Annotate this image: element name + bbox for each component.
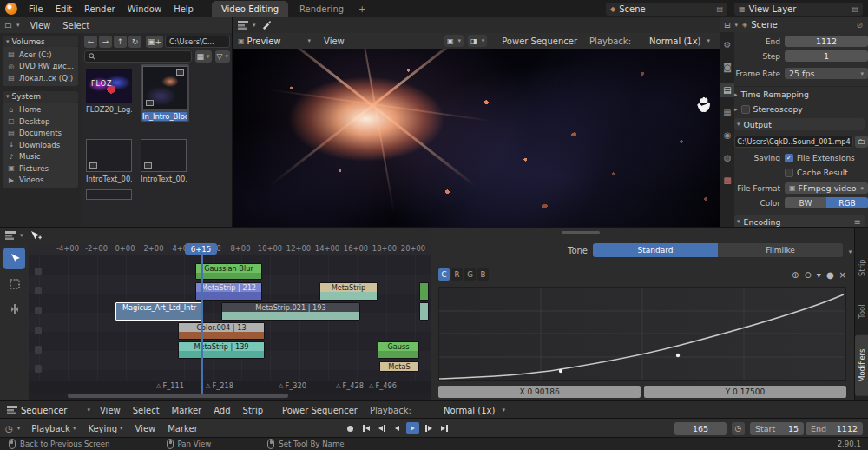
open-folder-icon[interactable]: 🗀	[855, 136, 868, 148]
zoom-out-icon[interactable]: ⊖	[804, 270, 811, 280]
use-preview-range-icon[interactable]: ◷	[732, 422, 745, 435]
system-item-downloads[interactable]: ↓Downloads	[3, 139, 78, 151]
gizmo-dropdown[interactable]: ▣▾	[444, 35, 464, 47]
create-directory-icon[interactable]: ▣+	[146, 36, 163, 48]
strip-gaussian-blur[interactable]: Gaussian Blur	[195, 263, 262, 280]
file-thumbnail-partial[interactable]	[86, 189, 132, 200]
point-y-field[interactable]: Y 0.17500	[644, 386, 846, 398]
horizontal-scrollbar[interactable]	[68, 394, 288, 398]
forward-arrow-icon[interactable]: →	[99, 36, 112, 48]
menu-view[interactable]: View	[318, 36, 351, 46]
system-item-videos[interactable]: ▶Videos	[3, 175, 78, 187]
marker-f_428[interactable]: △F_428	[336, 381, 364, 390]
display-mode-button[interactable]: ▦▾	[195, 50, 212, 63]
menu-strip[interactable]: Strip	[237, 406, 270, 415]
menu-view[interactable]: View	[129, 424, 162, 433]
curve-point[interactable]	[676, 354, 680, 357]
menu-view[interactable]: View	[24, 21, 57, 30]
file-item[interactable]: FLOZFLOZ20_Log...	[86, 69, 132, 114]
menu-select[interactable]: Select	[127, 406, 166, 415]
properties-tab-render[interactable]: ◙	[720, 60, 734, 75]
properties-tab-tool[interactable]: ⚙	[720, 37, 734, 52]
play-button[interactable]	[406, 422, 419, 434]
menu-power-sequencer[interactable]: Power Sequencer	[496, 36, 583, 46]
editor-type-dropdown[interactable]: Sequencer ▾	[3, 406, 94, 415]
system-item-music[interactable]: ♪Music	[3, 151, 78, 163]
volumes-panel-header[interactable]: ▾Volumes	[3, 36, 78, 47]
strip-metastrip-139[interactable]: MetaStrip | 139	[178, 341, 265, 359]
stereoscopy-section[interactable]: ▸Stereoscopy	[734, 104, 803, 114]
menu-marker[interactable]: Marker	[161, 424, 204, 433]
proxy-dropdown[interactable]: Normal (1x)▾	[444, 406, 505, 415]
add-workspace-button[interactable]: +	[353, 1, 371, 17]
output-path-field[interactable]: C:\Users\CqkD..Sound_001.mp4	[734, 136, 853, 148]
sidebar-tab-tool[interactable]: Tool	[855, 294, 868, 328]
system-item-desktop[interactable]: ▢Desktop	[3, 116, 78, 128]
refresh-icon[interactable]: ↻	[128, 36, 141, 48]
curve-control-points[interactable]	[559, 354, 680, 373]
blender-logo[interactable]	[5, 3, 17, 15]
file-format-dropdown[interactable]: ▣ FFmpeg video▾	[785, 182, 868, 194]
editor-type-dropdown[interactable]: ▾	[5, 231, 23, 240]
tone-options-dropdown[interactable]: ▾	[843, 246, 855, 255]
tone-filmlike-button[interactable]: Filmlike	[718, 243, 843, 257]
marker-f_320[interactable]: △F_320	[279, 381, 306, 390]
jump-to-end-button[interactable]	[437, 422, 450, 434]
output-section[interactable]: ▾Output	[734, 120, 772, 129]
channel-g-button[interactable]: G	[464, 268, 476, 281]
file-extensions-checkbox[interactable]: ✓	[785, 154, 793, 162]
zoom-in-icon[interactable]: ⊕	[792, 270, 799, 280]
time-remapping-section[interactable]: ▸Time Remapping	[734, 89, 809, 99]
marker-f_111[interactable]: △F_111	[156, 381, 184, 390]
point-x-field[interactable]: X 0.90186	[438, 386, 641, 398]
editor-type-dropdown[interactable]: ⊟▾	[724, 21, 738, 30]
editor-type-dropdown[interactable]: 🗀▾	[0, 21, 24, 30]
menu-view[interactable]: View	[94, 406, 127, 415]
search-input[interactable]	[84, 50, 192, 63]
menu-edit[interactable]: Edit	[49, 4, 78, 14]
strip-metastrip-212[interactable]: MetaStrip | 212	[195, 282, 262, 301]
jump-to-start-button[interactable]	[359, 422, 372, 434]
menu-render[interactable]: Render	[78, 4, 122, 14]
encoding-section[interactable]: ▾Encoding	[734, 217, 854, 227]
channel-c-button[interactable]: C	[438, 268, 450, 281]
marker-f_218[interactable]: △F_218	[206, 381, 233, 390]
file-item[interactable]: IntroText_00...	[86, 139, 132, 183]
pin-icon[interactable]: ⊘	[856, 21, 863, 30]
workspace-tab-rendering[interactable]: Rendering	[290, 1, 353, 17]
blade-tool[interactable]	[3, 298, 25, 320]
new-view-layer-icon[interactable]: ▤	[852, 5, 858, 13]
channel-b-button[interactable]: B	[477, 268, 489, 281]
step-field[interactable]: 1	[785, 50, 868, 62]
curve-widget[interactable]	[438, 287, 846, 381]
marker-row[interactable]: △F_111△F_218△F_320△F_428△F_496	[29, 381, 431, 393]
strip-area[interactable]: Gaussian BlurMetaStrip | 212MetaStripMag…	[29, 255, 431, 381]
menu-help[interactable]: Help	[168, 4, 200, 14]
current-frame-field[interactable]: 165	[674, 422, 727, 435]
stereoscopy-checkbox[interactable]	[741, 105, 750, 114]
properties-tab-scene[interactable]: ◉	[720, 128, 734, 142]
volume-item[interactable]: ◎DVD RW дис...	[3, 61, 78, 73]
annotate-tool-icon[interactable]	[261, 21, 271, 30]
menu-select[interactable]: Select	[56, 21, 95, 30]
menu-file[interactable]: File	[23, 4, 49, 14]
volume-item[interactable]: ▤Acer (C:)	[3, 49, 78, 61]
end-field[interactable]: 1112	[785, 36, 868, 47]
next-keyframe-button[interactable]	[422, 422, 435, 434]
color-rgb-button[interactable]: RGB	[826, 197, 868, 208]
strip-metas[interactable]: MetaS	[379, 361, 419, 372]
overlays-dropdown[interactable]: ◨▾	[468, 35, 487, 47]
presets-icon[interactable]: ≡	[854, 217, 861, 227]
menu-playback[interactable]: Playback▾	[25, 424, 82, 433]
end-frame-field[interactable]: End 1112	[806, 422, 863, 435]
menu-marker[interactable]: Marker	[166, 406, 208, 415]
previous-keyframe-button[interactable]	[375, 422, 388, 434]
color-bw-button[interactable]: BW	[785, 197, 826, 208]
menu-power-sequencer[interactable]: Power Sequencer	[276, 406, 364, 415]
path-field[interactable]: C:\Users\C...	[165, 36, 230, 48]
properties-tab-texture[interactable]: ▩	[720, 173, 734, 188]
channel-r-button[interactable]: R	[451, 268, 463, 281]
sidebar-tab-modifiers[interactable]: Modifiers	[855, 335, 868, 396]
curve-point[interactable]	[559, 369, 562, 373]
record-button[interactable]	[344, 422, 357, 434]
